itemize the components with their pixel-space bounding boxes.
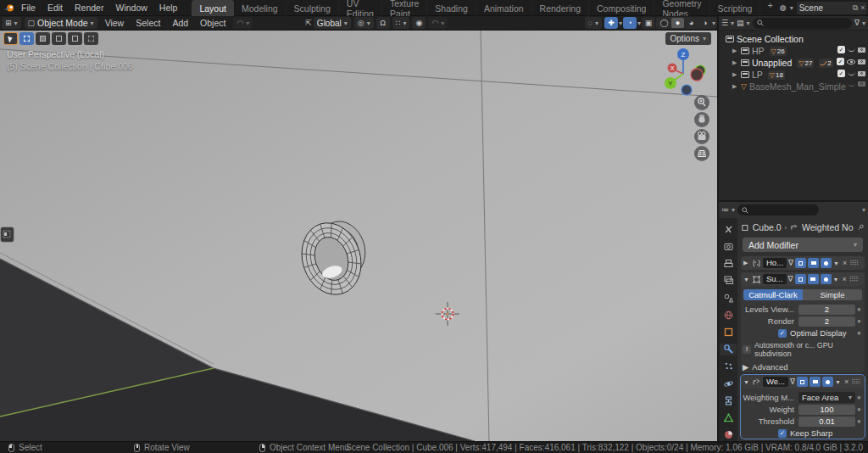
realtime-toggle[interactable] <box>808 274 819 284</box>
camera-visibility-icon[interactable] <box>858 48 865 53</box>
close-icon[interactable]: × <box>843 378 849 386</box>
breadcrumb-modifier[interactable]: Weighted No... <box>802 222 854 232</box>
tab-shading[interactable]: Shading <box>427 0 476 16</box>
simple-button[interactable]: Simple <box>803 289 862 300</box>
show-eye-icon[interactable] <box>847 59 855 64</box>
unlink-scene-icon[interactable]: × <box>860 3 865 12</box>
menu-file[interactable]: File <box>15 3 42 13</box>
menu-add[interactable]: Add <box>166 18 194 28</box>
modifier-name[interactable]: Su... <box>763 274 787 284</box>
modifier-name[interactable]: Ho... <box>763 258 787 268</box>
animate-dot-icon[interactable]: ● <box>855 305 863 313</box>
gizmo-toggle[interactable]: ✚ <box>604 17 618 29</box>
tab-constraints[interactable] <box>720 394 737 406</box>
expand-arrow-icon[interactable]: ▶ <box>732 71 741 78</box>
tab-scripting[interactable]: Scripting <box>710 0 761 16</box>
filter-chevron-icon[interactable]: ▾ <box>862 206 865 214</box>
mode-selector[interactable]: ▢Object Mode▾ <box>25 17 97 29</box>
animate-dot-icon[interactable]: ● <box>855 405 863 413</box>
menu-object[interactable]: Object <box>194 18 231 28</box>
pan-button[interactable] <box>694 112 709 127</box>
shading-rendered-button[interactable]: ◑ <box>698 18 711 28</box>
tab-material[interactable] <box>720 429 737 441</box>
visibility-dropdown[interactable]: ◌▾ <box>585 17 602 29</box>
tab-sculpting[interactable]: Sculpting <box>287 0 339 16</box>
blender-logo-icon[interactable] <box>3 1 15 14</box>
outliner-row-hp[interactable]: ▶ HP ▽26 ✓ <box>719 45 868 57</box>
select-extend-button[interactable] <box>68 32 82 45</box>
tab-particles[interactable] <box>720 361 737 372</box>
select-subtract-button[interactable] <box>84 32 98 45</box>
toolbar-expand-button[interactable] <box>1 227 14 242</box>
animate-dot-icon[interactable]: ● <box>855 417 863 425</box>
select-tweak-button[interactable] <box>36 32 50 45</box>
drag-handle[interactable]: ⠿⠿ <box>849 260 858 267</box>
expand-arrow-icon[interactable]: ▶ <box>732 48 741 54</box>
menu-select[interactable]: Select <box>130 18 166 28</box>
tab-scene[interactable] <box>720 292 737 304</box>
filter-icon[interactable]: ∇ <box>854 20 860 27</box>
extras-dropdown-icon[interactable]: ▼ <box>835 379 842 385</box>
exclude-checkbox[interactable]: ✓ <box>837 46 845 53</box>
chevron-down-icon[interactable]: ▾ <box>712 20 715 27</box>
optimal-display-checkbox[interactable]: ✓ <box>778 329 787 338</box>
new-scene-icon[interactable]: ⧉ <box>853 3 858 13</box>
levels-render-field[interactable]: 2 <box>798 316 855 327</box>
proportional-edit-toggle[interactable]: ◉ <box>412 17 426 29</box>
modifier-header-subdivision[interactable]: ▼ Su... ∇ ▼ × ⠿⠿ <box>741 272 865 286</box>
outliner-row-lp[interactable]: ▶ LP ▽18 ✓ <box>719 69 868 81</box>
keep-sharp-checkbox[interactable]: ✓ <box>778 429 787 438</box>
zoom-button[interactable] <box>694 95 709 110</box>
camera-visibility-icon[interactable] <box>858 81 865 87</box>
realtime-toggle[interactable] <box>808 258 819 268</box>
add-modifier-button[interactable]: Add Modifier ▾ <box>743 238 863 252</box>
scene-selector[interactable]: Scene ⧉ × <box>797 2 868 14</box>
tab-layout[interactable]: Layout <box>192 0 234 16</box>
shading-solid-button[interactable]: ● <box>671 18 684 28</box>
tab-world[interactable] <box>720 309 737 321</box>
edit-mode-toggle[interactable] <box>795 274 806 284</box>
tab-tool[interactable] <box>720 223 737 235</box>
tab-compositing[interactable]: Compositing <box>589 0 654 16</box>
chevron-down-icon[interactable]: ▾ <box>747 20 750 27</box>
vertex-group-icon[interactable]: ∇ <box>788 275 793 283</box>
transform-dropdown[interactable]: ◠▾ <box>233 17 253 29</box>
axis-neg-x-ball[interactable] <box>691 69 703 81</box>
display-mode-icon[interactable]: ▤ <box>737 20 744 27</box>
breadcrumb-object[interactable]: Cube.0 <box>753 222 782 232</box>
options-button[interactable]: Options▾ <box>665 32 711 45</box>
realtime-toggle[interactable] <box>810 377 821 387</box>
snap-toggle[interactable]: Ω <box>376 17 390 29</box>
menu-render[interactable]: Render <box>69 3 109 13</box>
modifier-name[interactable]: We... <box>763 377 788 387</box>
catmull-clark-button[interactable]: Catmull-Clark <box>743 289 803 300</box>
overlays-toggle[interactable]: ◔ <box>623 17 637 29</box>
camera-visibility-icon[interactable] <box>858 59 865 64</box>
select-new-button[interactable] <box>52 32 66 45</box>
chevron-down-icon[interactable]: ▾ <box>619 20 622 27</box>
weighting-mode-select[interactable]: Face Area▾ <box>798 392 855 403</box>
perspective-toggle-button[interactable] <box>694 146 709 161</box>
menu-view[interactable]: View <box>99 18 131 28</box>
tab-view-layer[interactable] <box>720 275 737 287</box>
scene-chevron-icon[interactable]: ▾ <box>790 4 793 12</box>
axis-neg-z-ball[interactable] <box>682 85 692 95</box>
tab-geometry-nodes[interactable]: Geometry Nodes <box>654 0 709 16</box>
tab-object[interactable] <box>720 326 737 338</box>
tab-object-data[interactable] <box>720 412 737 424</box>
orientation-selector[interactable]: Global▾ <box>314 17 351 29</box>
animate-dot-icon[interactable]: ● <box>855 317 863 325</box>
select-tool-button[interactable] <box>3 32 18 45</box>
chevron-down-icon[interactable]: ▾ <box>862 20 865 27</box>
exclude-checkbox[interactable]: ✓ <box>837 70 845 77</box>
menu-window[interactable]: Window <box>109 3 153 13</box>
advanced-section-header[interactable]: ▶ Advanced <box>743 361 863 372</box>
outliner-row-unapplied[interactable]: ▶ Unapplied ▽27 2 ✓ <box>719 57 868 69</box>
menu-edit[interactable]: Edit <box>42 3 69 13</box>
add-workspace-button[interactable]: + <box>760 0 779 16</box>
collapse-icon[interactable]: ▼ <box>743 379 750 385</box>
chevron-down-icon[interactable]: ▾ <box>732 206 735 214</box>
expand-arrow-icon[interactable]: ▶ <box>732 59 741 66</box>
camera-visibility-icon[interactable] <box>858 71 865 76</box>
extras-dropdown-icon[interactable]: ▼ <box>833 277 840 282</box>
